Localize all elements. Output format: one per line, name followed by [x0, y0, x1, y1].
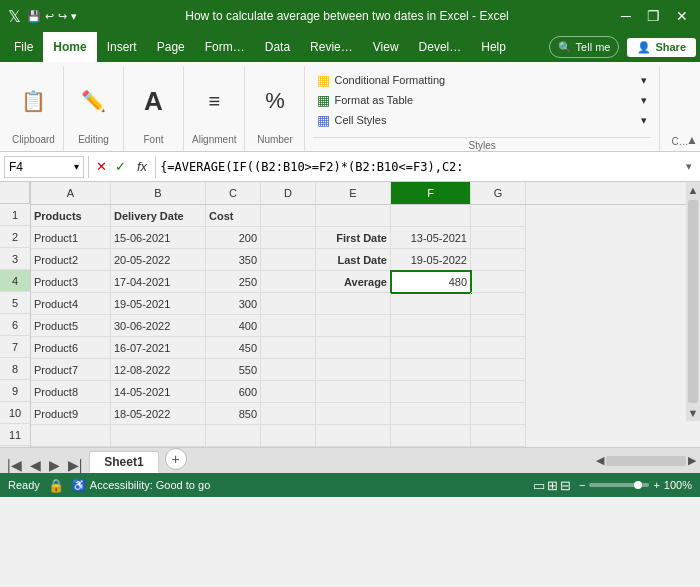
cell-c7[interactable]: 450 — [206, 337, 261, 359]
sheet-next-btn[interactable]: ▶ — [46, 457, 63, 473]
col-header-c[interactable]: C — [206, 182, 261, 204]
cell-styles-btn[interactable]: ▦ Cell Styles ▾ — [313, 110, 651, 130]
menu-data[interactable]: Data — [255, 32, 300, 62]
conditional-formatting-btn[interactable]: ▦ Conditional Formatting ▾ — [313, 70, 651, 90]
col-header-d[interactable]: D — [261, 182, 316, 204]
zoom-out-btn[interactable]: − — [579, 479, 585, 491]
cell-c11[interactable] — [206, 425, 261, 447]
cell-b1[interactable]: Delivery Date — [111, 205, 206, 227]
cell-b8[interactable]: 12-08-2022 — [111, 359, 206, 381]
formula-confirm-icon[interactable]: ✓ — [112, 159, 129, 174]
cell-c1[interactable]: Cost — [206, 205, 261, 227]
zoom-in-btn[interactable]: + — [653, 479, 659, 491]
menu-home[interactable]: Home — [43, 32, 96, 62]
cell-d5[interactable] — [261, 293, 316, 315]
alignment-btn[interactable]: ≡ — [204, 89, 224, 113]
row-header-7[interactable]: 7 — [0, 336, 30, 358]
cell-g4[interactable] — [471, 271, 526, 293]
cell-b6[interactable]: 30-06-2022 — [111, 315, 206, 337]
cell-c9[interactable]: 600 — [206, 381, 261, 403]
status-lock-icon[interactable]: 🔒 — [48, 478, 64, 493]
cell-c8[interactable]: 550 — [206, 359, 261, 381]
cell-b5[interactable]: 19-05-2021 — [111, 293, 206, 315]
cell-e3[interactable]: Last Date — [316, 249, 391, 271]
sheet-first-btn[interactable]: |◀ — [4, 457, 25, 473]
zoom-slider[interactable] — [589, 483, 649, 487]
row-header-11[interactable]: 11 — [0, 424, 30, 446]
col-header-b[interactable]: B — [111, 182, 206, 204]
formula-input[interactable] — [160, 160, 682, 174]
editing-btn[interactable]: ✏️ — [77, 89, 110, 113]
share-button[interactable]: 👤 Share — [627, 38, 696, 57]
cell-d6[interactable] — [261, 315, 316, 337]
cell-a4[interactable]: Product3 — [31, 271, 111, 293]
row-header-10[interactable]: 10 — [0, 402, 30, 424]
scroll-up-btn[interactable]: ▲ — [686, 182, 700, 198]
cell-d9[interactable] — [261, 381, 316, 403]
menu-review[interactable]: Revie… — [300, 32, 363, 62]
cell-d1[interactable] — [261, 205, 316, 227]
cell-c10[interactable]: 850 — [206, 403, 261, 425]
menu-insert[interactable]: Insert — [97, 32, 147, 62]
cell-b7[interactable]: 16-07-2021 — [111, 337, 206, 359]
cell-g5[interactable] — [471, 293, 526, 315]
cell-f10[interactable] — [391, 403, 471, 425]
tell-me-input[interactable]: 🔍 Tell me — [549, 36, 620, 58]
menu-view[interactable]: View — [363, 32, 409, 62]
cell-b3[interactable]: 20-05-2022 — [111, 249, 206, 271]
cell-d3[interactable] — [261, 249, 316, 271]
cell-f6[interactable] — [391, 315, 471, 337]
cell-a3[interactable]: Product2 — [31, 249, 111, 271]
cell-d8[interactable] — [261, 359, 316, 381]
cell-e5[interactable] — [316, 293, 391, 315]
cell-a2[interactable]: Product1 — [31, 227, 111, 249]
cell-a5[interactable]: Product4 — [31, 293, 111, 315]
cell-f4[interactable]: 480 — [391, 271, 471, 293]
menu-formulas[interactable]: Form… — [195, 32, 255, 62]
vertical-scrollbar[interactable]: ▲ ▼ — [686, 182, 700, 421]
ribbon-collapse-btn[interactable]: ▲ — [686, 133, 698, 147]
cell-b9[interactable]: 14-05-2021 — [111, 381, 206, 403]
row-header-9[interactable]: 9 — [0, 380, 30, 402]
cell-g9[interactable] — [471, 381, 526, 403]
cell-c3[interactable]: 350 — [206, 249, 261, 271]
cell-e4[interactable]: Average — [316, 271, 391, 293]
cell-f5[interactable]: ▲ — [391, 293, 471, 315]
font-btn[interactable]: A — [140, 86, 167, 116]
cell-c5[interactable]: 300 — [206, 293, 261, 315]
h-scroll-left-btn[interactable]: ◀ — [596, 454, 604, 467]
col-header-f[interactable]: F — [391, 182, 471, 204]
col-header-g[interactable]: G — [471, 182, 526, 204]
cell-g11[interactable] — [471, 425, 526, 447]
cell-g2[interactable] — [471, 227, 526, 249]
scroll-thumb[interactable] — [688, 200, 698, 403]
cell-d11[interactable] — [261, 425, 316, 447]
cell-b10[interactable]: 18-05-2022 — [111, 403, 206, 425]
cell-c2[interactable]: 200 — [206, 227, 261, 249]
number-btn[interactable]: % — [261, 86, 289, 116]
menu-file[interactable]: File — [4, 32, 43, 62]
cell-e2[interactable]: First Date — [316, 227, 391, 249]
cell-d10[interactable] — [261, 403, 316, 425]
page-layout-btn[interactable]: ⊞ — [547, 478, 558, 493]
cell-d7[interactable] — [261, 337, 316, 359]
row-header-2[interactable]: 2 — [0, 226, 30, 248]
cell-a8[interactable]: Product7 — [31, 359, 111, 381]
sheet-last-btn[interactable]: ▶| — [65, 457, 86, 473]
cell-e8[interactable] — [316, 359, 391, 381]
cell-a7[interactable]: Product6 — [31, 337, 111, 359]
cell-f11[interactable] — [391, 425, 471, 447]
cell-g7[interactable] — [471, 337, 526, 359]
save-quick-btn[interactable]: 💾 — [27, 10, 41, 23]
cell-g1[interactable] — [471, 205, 526, 227]
cell-c6[interactable]: 400 — [206, 315, 261, 337]
cell-a9[interactable]: Product8 — [31, 381, 111, 403]
cell-g10[interactable] — [471, 403, 526, 425]
sheet-tab-sheet1[interactable]: Sheet1 — [89, 451, 158, 473]
scroll-down-btn[interactable]: ▼ — [686, 405, 700, 421]
cell-e1[interactable] — [316, 205, 391, 227]
cell-f1[interactable] — [391, 205, 471, 227]
formula-cancel-icon[interactable]: ✕ — [93, 159, 110, 174]
menu-page[interactable]: Page — [147, 32, 195, 62]
undo-quick-btn[interactable]: ↩ — [45, 10, 54, 23]
